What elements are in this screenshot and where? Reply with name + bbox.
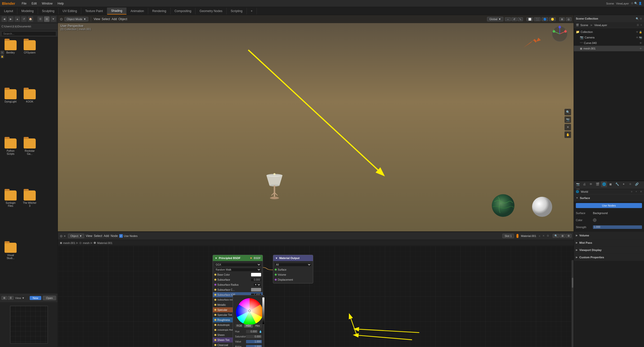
file-item-dyinglight[interactable]: DyingLight (2, 88, 19, 135)
filter-button[interactable]: ▼ (51, 16, 56, 22)
subsurface-method-row[interactable]: Random Walk (213, 267, 263, 272)
subsurface-row[interactable]: Subsurface 0.000 (213, 277, 263, 282)
refresh-button[interactable]: ↺ (21, 16, 27, 22)
tab-modeling[interactable]: Modeling (17, 8, 38, 14)
use-nodes-check[interactable]: ✓ Use Nodes (119, 234, 137, 238)
file-item-witcher[interactable]: The Witcher 3 (21, 189, 38, 239)
node-select-menu[interactable]: Select (94, 234, 102, 238)
surface-section-header[interactable]: ▼ Surface (574, 194, 644, 202)
wireframe-btn[interactable]: ⬜ (527, 17, 533, 21)
translate-btn[interactable]: ↔ (505, 17, 511, 21)
target-select[interactable]: All (275, 263, 311, 267)
list-view-button[interactable]: ☰ (37, 16, 43, 22)
browse-icon[interactable]: ≡ (539, 234, 540, 237)
mesh-eye[interactable]: 👁 (639, 47, 642, 50)
scene-collection-filter[interactable]: 🔍 (636, 17, 639, 20)
viewport-display-header[interactable]: ▶ Viewport Display (574, 246, 644, 254)
surface-input-row[interactable]: Surface (273, 267, 313, 272)
menu-window[interactable]: Window (39, 1, 55, 6)
scene-plus-icon[interactable]: + (640, 24, 642, 26)
distribution-row[interactable]: GGX (213, 262, 263, 267)
back-button[interactable]: ◀ (2, 16, 7, 22)
collection-lock[interactable]: 🔒 (639, 31, 642, 33)
node-view-menu[interactable]: View (86, 234, 92, 238)
scene-filter-icon[interactable]: ☰ (637, 24, 639, 26)
unlink-icon[interactable]: ✕ (542, 234, 545, 237)
strength-slider[interactable]: 1.000 (593, 225, 642, 229)
search-input[interactable] (2, 31, 56, 36)
file-item-visual-studio[interactable]: Visual Studi... (2, 242, 19, 292)
tool-icon-2[interactable]: ✋ (1, 55, 4, 58)
mist-pass-section-header[interactable]: ▶ Mist Pass (574, 239, 644, 246)
hue-eyedropper[interactable]: 💧 (259, 330, 262, 333)
home-button[interactable]: 🏠 (28, 16, 33, 22)
world-add-icon[interactable]: + (635, 190, 637, 193)
prop-world-icon[interactable]: 🌐 (601, 181, 607, 187)
collection-eye[interactable]: 👁 (636, 31, 638, 33)
camera-eye[interactable]: 👁 (636, 36, 638, 39)
hue-value[interactable]: 0.000 (246, 330, 258, 333)
use-nodes-button[interactable]: Use Nodes (576, 203, 642, 208)
displacement-input-row[interactable]: Displacement (273, 277, 313, 282)
zoom-to-fit-icon[interactable]: 🔍 (565, 109, 571, 115)
menu-edit[interactable]: Edit (29, 1, 39, 6)
tab-geometry-nodes[interactable]: Geometry Nodes (195, 8, 227, 14)
prop-render-icon[interactable]: 📷 (575, 181, 581, 187)
file-item-kook[interactable]: KOOK (21, 88, 38, 135)
xray-btn[interactable]: ◎ (566, 17, 572, 21)
file-item-bentley[interactable]: Bentley (2, 39, 19, 86)
prop-view-icon[interactable]: 👁 (588, 181, 594, 187)
solid-btn[interactable]: ⬛ (534, 17, 541, 21)
file-item-rockstar[interactable]: Rockstar Ga... (21, 137, 38, 187)
node-object-dropdown[interactable]: Object ▼ (68, 234, 84, 238)
menu-file[interactable]: File (19, 1, 29, 6)
color-wheel[interactable] (236, 297, 261, 322)
prop-constraints-icon[interactable]: 🔗 (634, 181, 640, 187)
open-button[interactable]: Open (43, 296, 56, 300)
alpha-channel-value[interactable]: 1.000 (246, 345, 262, 347)
object-mode-dropdown[interactable]: Object Mode ▼ (64, 17, 88, 21)
node-canvas[interactable]: ▼ Principled BSDF BSDF GGX (58, 246, 574, 347)
color-dot[interactable] (593, 218, 596, 222)
search-bar[interactable] (0, 30, 58, 37)
brightness-bar[interactable] (262, 297, 265, 324)
up-button[interactable]: ▲ (15, 16, 20, 22)
node-settings-btn[interactable]: ⚙ (566, 234, 572, 238)
list-mode-btn[interactable]: ☰ (8, 296, 14, 300)
pan-icon[interactable]: ✋ (565, 131, 571, 138)
prop-particles-icon[interactable]: ✦ (621, 181, 627, 187)
tab-scripting[interactable]: Scripting (227, 8, 247, 14)
prop-physics-icon[interactable]: ⚛ (627, 181, 633, 187)
prop-object-icon[interactable]: ◼ (608, 181, 614, 187)
scale-btn[interactable]: ⤡ (517, 17, 523, 21)
tab-texture-paint[interactable]: Texture Paint (81, 8, 107, 14)
rgb-tab[interactable]: RGB (235, 324, 244, 328)
menu-help[interactable]: Help (55, 1, 66, 6)
rotate-btn[interactable]: ↺ (511, 17, 517, 21)
scrollbar-thumb[interactable] (572, 278, 573, 288)
volume-input-row[interactable]: Volume (273, 272, 313, 277)
tab-add[interactable]: + (247, 8, 257, 14)
value-value[interactable]: 1.000 (246, 340, 262, 343)
world-browse-icon[interactable]: ≡ (631, 190, 632, 193)
tab-uv-editing[interactable]: UV Editing (59, 8, 81, 14)
prop-output-icon[interactable]: 🖨 (581, 181, 587, 187)
transform-dropdown[interactable]: Global ▼ (487, 17, 503, 21)
subsurface-radius-select[interactable]: ▼ (253, 283, 261, 286)
file-item-sunlogin[interactable]: Sunlogin Files (2, 189, 19, 239)
hsv-tab[interactable]: HSV (244, 324, 253, 328)
color-picker-popup[interactable]: RGB HSV Hex Hue 0.000 💧 Saturation 0.000 (233, 295, 264, 347)
tab-sculpting[interactable]: Sculpting (38, 8, 59, 14)
prop-modifier-icon[interactable]: 🔧 (614, 181, 620, 187)
base-color-swatch[interactable] (251, 273, 261, 276)
new-button[interactable]: New (30, 296, 41, 300)
sun-icon[interactable]: ☀ (565, 124, 571, 130)
volume-section-header[interactable]: ▶ Volume (574, 232, 644, 239)
tool-icon-1[interactable]: ↖ (1, 51, 4, 54)
add-menu[interactable]: Add (111, 17, 117, 21)
viewport-gizmo[interactable]: X Y Z (551, 25, 569, 43)
node-scrollbar[interactable] (572, 260, 574, 347)
forward-button[interactable]: ▶ (8, 16, 14, 22)
rendered-btn[interactable]: 🟡 (549, 17, 556, 21)
tree-collection[interactable]: 📁 Collection 👁 🔒 (574, 29, 644, 35)
